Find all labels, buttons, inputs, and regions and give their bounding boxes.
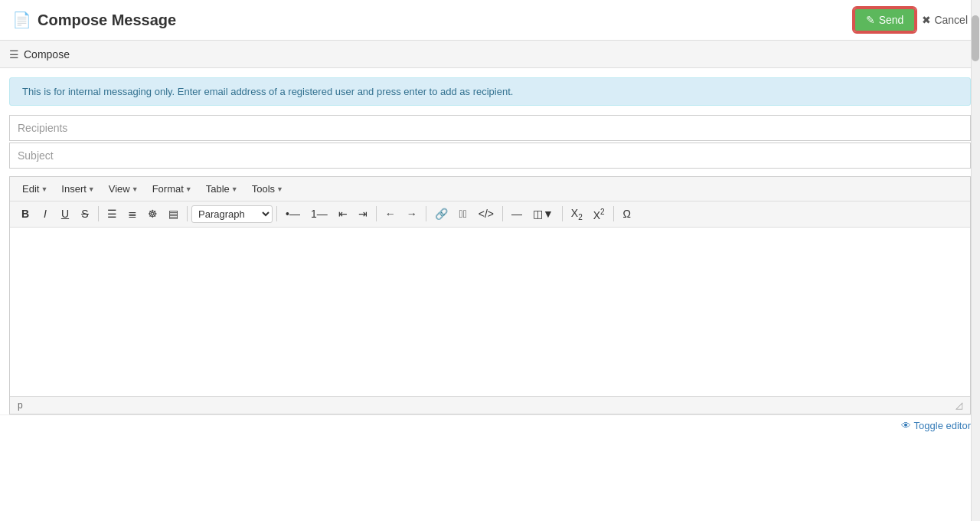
editor-menubar: Edit ▼ Insert ▼ View ▼ Format ▼ Table ▼ … (10, 177, 970, 202)
table-insert-button[interactable]: ◫▼ (528, 205, 558, 222)
form-area (0, 115, 980, 170)
separator-3 (276, 206, 277, 221)
compose-tab-label: Compose (24, 48, 70, 61)
cancel-button[interactable]: ✖ Cancel (922, 14, 968, 26)
separator-5 (426, 206, 426, 221)
editor-container: Edit ▼ Insert ▼ View ▼ Format ▼ Table ▼ … (9, 176, 971, 415)
page-header: 📄 Compose Message ✎ Send ✖ Cancel (0, 0, 980, 41)
indent-button[interactable]: ⇥ (354, 205, 372, 222)
menu-edit-label: Edit (22, 183, 39, 195)
menu-format[interactable]: Format ▼ (146, 180, 198, 198)
separator-6 (502, 206, 503, 221)
editor-statusbar: p ◿ (10, 396, 970, 414)
toggle-editor-button[interactable]: 👁 Toggle editor (901, 420, 971, 431)
bold-button[interactable]: B (16, 205, 34, 222)
menu-format-label: Format (152, 183, 184, 195)
redo-button[interactable]: → (402, 205, 422, 222)
toggle-editor-icon: 👁 (901, 420, 911, 431)
underline-button[interactable]: U (56, 205, 74, 222)
menu-tools[interactable]: Tools ▼ (246, 180, 289, 198)
scrollbar-thumb[interactable] (972, 15, 979, 61)
scrollbar[interactable] (971, 0, 980, 521)
ordered-list-button[interactable]: 1— (306, 205, 332, 222)
send-label: Send (879, 14, 904, 26)
editor-path: p (18, 400, 23, 411)
compose-tab-icon: ☰ (9, 48, 19, 61)
align-right-button[interactable]: ☸ (143, 205, 162, 222)
code-button[interactable]: </> (474, 205, 498, 222)
toggle-editor-label: Toggle editor (914, 420, 971, 431)
strikethrough-button[interactable]: S (76, 205, 94, 222)
special-char-button[interactable]: Ω (618, 205, 636, 222)
page-title-area: 📄 Compose Message (12, 11, 176, 29)
view-caret-icon: ▼ (132, 185, 139, 193)
menu-edit[interactable]: Edit ▼ (16, 180, 54, 198)
tools-caret-icon: ▼ (276, 185, 283, 193)
info-banner-text: This is for internal messaging only. Ent… (22, 86, 513, 97)
document-icon: 📄 (12, 11, 31, 29)
menu-view[interactable]: View ▼ (103, 180, 145, 198)
align-center-button[interactable]: ≣ (123, 205, 142, 222)
compose-tabbar: ☰ Compose (0, 41, 980, 68)
editor-toolbar: B I U S ☰ ≣ ☸ ▤ Paragraph Heading 1 Head… (10, 202, 970, 228)
paragraph-select[interactable]: Paragraph Heading 1 Heading 2 Heading 3 … (191, 205, 273, 223)
menu-tools-label: Tools (252, 183, 275, 195)
separator-4 (376, 206, 377, 221)
editor-body[interactable] (10, 228, 970, 396)
resize-handle[interactable]: ◿ (956, 400, 962, 411)
remove-link-button[interactable]: 🔗⃠ (454, 205, 472, 222)
separator-2 (187, 206, 188, 221)
menu-table[interactable]: Table ▼ (200, 180, 244, 198)
menu-table-label: Table (206, 183, 230, 195)
toggle-editor-bar: 👁 Toggle editor (0, 415, 980, 436)
send-icon: ✎ (866, 14, 875, 26)
cancel-icon: ✖ (922, 14, 931, 26)
separator-7 (562, 206, 563, 221)
unordered-list-button[interactable]: •— (281, 205, 305, 222)
edit-caret-icon: ▼ (41, 185, 47, 193)
cancel-label: Cancel (934, 14, 968, 26)
italic-button[interactable]: I (36, 205, 54, 222)
outdent-button[interactable]: ⇤ (334, 205, 352, 222)
align-left-button[interactable]: ☰ (103, 205, 122, 222)
subscript-button[interactable]: X2 (567, 205, 587, 224)
menu-view-label: View (109, 183, 130, 195)
superscript-button[interactable]: X2 (589, 205, 609, 224)
align-justify-button[interactable]: ▤ (164, 205, 183, 222)
menu-insert-label: Insert (61, 183, 87, 195)
undo-button[interactable]: ← (381, 205, 400, 222)
separator-1 (98, 206, 99, 221)
insert-link-button[interactable]: 🔗 (430, 205, 452, 222)
table-caret-icon: ▼ (231, 185, 238, 193)
separator-8 (613, 206, 614, 221)
subject-input[interactable] (9, 143, 971, 169)
header-actions: ✎ Send ✖ Cancel (854, 8, 968, 32)
page-title: Compose Message (38, 11, 176, 29)
menu-insert[interactable]: Insert ▼ (55, 180, 100, 198)
horizontal-rule-button[interactable]: — (507, 205, 527, 222)
recipients-input[interactable] (9, 115, 971, 141)
info-banner: This is for internal messaging only. Ent… (9, 77, 971, 106)
format-caret-icon: ▼ (185, 185, 192, 193)
send-button[interactable]: ✎ Send (854, 8, 916, 32)
insert-caret-icon: ▼ (88, 185, 95, 193)
